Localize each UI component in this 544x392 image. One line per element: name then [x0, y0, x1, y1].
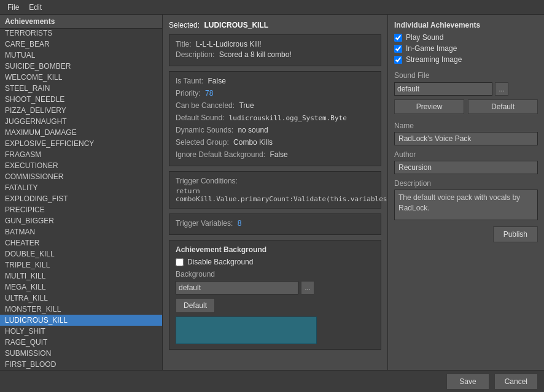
sound-file-input[interactable] — [394, 82, 492, 96]
cancel-label: Can be Canceled: — [176, 101, 235, 110]
streaming-image-label: Streaming Image — [406, 55, 462, 64]
play-sound-label: Play Sound — [406, 33, 443, 42]
preview-btn[interactable]: Preview — [394, 99, 464, 114]
right-panel: Individual Achievements Play Sound In-Ga… — [387, 15, 544, 370]
background-default-btn[interactable]: Default — [176, 298, 215, 313]
priority-label: Priority: — [176, 89, 201, 98]
streaming-image-row[interactable]: Streaming Image — [394, 55, 538, 64]
dynamic-sounds-label: Dynamic Sounds: — [176, 126, 233, 134]
achievement-item[interactable]: CHEATER — [0, 237, 162, 248]
author-value: Recursion — [394, 161, 538, 174]
achievement-item[interactable]: BATMAN — [0, 226, 162, 237]
cancel-btn[interactable]: Cancel — [494, 374, 538, 390]
sound-default-btn[interactable]: Default — [468, 99, 538, 114]
achievement-item[interactable]: JUGGERNAUGHT — [0, 116, 162, 127]
priority-line: Priority: 78 — [176, 89, 375, 98]
center-panel: Selected: LUDICROUS_KILL Title: L-L-L-Lu… — [163, 15, 387, 370]
achievements-list[interactable]: LAWNMOWERHARVESTERDEATH_STREAKBEING_FARM… — [0, 29, 162, 370]
sound-file-browse-btn[interactable]: ... — [495, 82, 508, 96]
achievement-item[interactable]: SHOOT_NEEDLE — [0, 94, 162, 105]
dynamic-sounds-line: Dynamic Sounds: no sound — [176, 126, 375, 134]
individual-achievements-title: Individual Achievements — [394, 21, 538, 29]
cancel-value: True — [239, 101, 254, 110]
achievement-item[interactable]: RAGE_QUIT — [0, 337, 162, 348]
save-btn[interactable]: Save — [446, 374, 489, 390]
menubar: File Edit — [0, 0, 544, 15]
in-game-image-label: In-Game Image — [406, 44, 457, 53]
achievement-item[interactable]: PIZZA_DELIVERY — [0, 105, 162, 116]
background-preview-image — [176, 317, 317, 344]
achievement-item[interactable]: EXPLOSIVE_EFFICIENCY — [0, 138, 162, 149]
selected-group-line: Selected Group: Combo Kills — [176, 138, 375, 147]
description-line: Description: Scored a 8 kill combo! — [176, 50, 375, 59]
background-field-row: ... — [176, 281, 375, 294]
background-input[interactable] — [176, 281, 298, 294]
trigger-conditions-line: Trigger Conditions: — [176, 177, 375, 185]
description-label: Description: — [176, 50, 214, 59]
author-label: Author — [394, 150, 538, 159]
achievement-item[interactable]: FATALITY — [0, 182, 162, 193]
achievement-item[interactable]: MAXIMUM_DAMAGE — [0, 127, 162, 138]
achievement-item[interactable]: ULTRA_KILL — [0, 293, 162, 304]
cancel-line: Can be Canceled: True — [176, 101, 375, 110]
achievement-item[interactable]: SUICIDE_BOMBER — [0, 61, 162, 72]
achievement-item[interactable]: TERRORISTS — [0, 29, 162, 39]
achievement-item[interactable]: MULTI_KILL — [0, 271, 162, 282]
achievement-item[interactable]: FIRST_BLOOD — [0, 359, 162, 370]
achievement-item[interactable]: TRIPLE_KILL — [0, 259, 162, 271]
is-taunt-label: Is Taunt: — [176, 77, 203, 85]
achievement-item[interactable]: CARE_BEAR — [0, 39, 162, 50]
selected-value: LUDICROUS_KILL — [204, 21, 268, 29]
achievement-item[interactable]: EXPLODING_FIST — [0, 193, 162, 204]
achievement-item[interactable]: FRAGASM — [0, 149, 162, 160]
achievement-item[interactable]: PRECIPICE — [0, 204, 162, 215]
ignore-bg-label: Ignore Default Background: — [176, 150, 265, 159]
achievement-item[interactable]: LUDICROUS_KILL — [0, 315, 162, 326]
name-value: RadLock's Voice Pack — [394, 132, 538, 145]
achievement-item[interactable]: MEGA_KILL — [0, 282, 162, 293]
in-game-image-checkbox[interactable] — [394, 45, 402, 53]
bg-section-title: Achievement Background — [176, 245, 375, 254]
trigger-variables-label: Trigger Variables: — [176, 219, 233, 228]
menu-edit[interactable]: Edit — [24, 2, 47, 13]
bottom-bar: Save Cancel — [0, 370, 544, 392]
priority-value: 78 — [205, 89, 213, 98]
ignore-bg-line: Ignore Default Background: False — [176, 150, 375, 159]
default-sound-label: Default Sound: — [176, 113, 224, 122]
achievement-item[interactable]: WELCOME_KILL — [0, 72, 162, 83]
trigger-variables-line: Trigger Variables: 8 — [176, 219, 375, 228]
achievement-item[interactable]: STEEL_RAIN — [0, 83, 162, 94]
trigger-block: Trigger Conditions: return comboKill.Val… — [169, 171, 381, 209]
default-sound-line: Default Sound: ludicrouskill.ogg_System.… — [176, 113, 375, 122]
disable-bg-checkbox[interactable] — [176, 258, 184, 266]
author-section: Author Recursion — [394, 150, 538, 174]
main-layout: Achievements LAWNMOWERHARVESTERDEATH_STR… — [0, 15, 544, 370]
name-section: Name RadLock's Voice Pack — [394, 121, 538, 145]
disable-bg-row[interactable]: Disable Background — [176, 258, 375, 266]
achievement-item[interactable]: MONSTER_KILL — [0, 304, 162, 315]
achievement-item[interactable]: MUTUAL — [0, 50, 162, 61]
trigger-variables-value: 8 — [238, 219, 242, 228]
achievement-item[interactable]: EXECUTIONER — [0, 160, 162, 171]
in-game-image-row[interactable]: In-Game Image — [394, 44, 538, 53]
achievement-item[interactable]: DOUBLE_KILL — [0, 248, 162, 259]
description-section: Description The default voice pack with … — [394, 179, 538, 220]
background-label: Background — [176, 270, 375, 279]
selected-group-value: Combo Kills — [233, 138, 273, 147]
menu-file[interactable]: File — [2, 2, 24, 13]
achievements-panel: Achievements LAWNMOWERHARVESTERDEATH_STR… — [0, 15, 163, 370]
title-line: Title: L-L-L-Ludicrous Kill! — [176, 40, 375, 48]
achievement-item[interactable]: HOLY_SHIT — [0, 326, 162, 337]
ignore-bg-value: False — [270, 150, 287, 159]
streaming-image-checkbox[interactable] — [394, 56, 402, 64]
play-sound-checkbox[interactable] — [394, 34, 402, 42]
achievement-item[interactable]: GUN_BIGGER — [0, 215, 162, 226]
achievement-item[interactable]: COMMISSIONER — [0, 171, 162, 182]
achievement-item[interactable]: SUBMISSION — [0, 348, 162, 359]
selected-label: Selected: LUDICROUS_KILL — [169, 21, 381, 29]
play-sound-row[interactable]: Play Sound — [394, 33, 538, 42]
publish-btn[interactable]: Publish — [493, 226, 538, 242]
background-browse-btn[interactable]: ... — [301, 281, 314, 294]
desc-section-value: The default voice pack with vocals by Ra… — [394, 190, 538, 220]
trigger-variables-block: Trigger Variables: 8 — [169, 213, 381, 235]
